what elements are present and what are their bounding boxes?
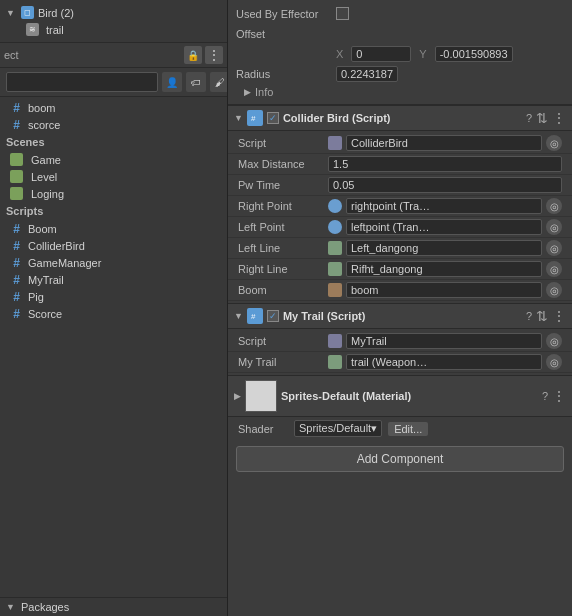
trail-script-circle-btn[interactable]: ◎ [546,333,562,349]
list-item-game[interactable]: Game [0,151,227,168]
field-value-leftline[interactable]: Left_dangong [346,240,542,256]
shader-dropdown[interactable]: Sprites/Default▾ [294,420,382,437]
my-trail-title: My Trail (Script) [283,310,522,322]
tree-label-bird: Bird (2) [38,7,74,19]
list-item-mytrail[interactable]: # MyTrail [0,271,227,288]
leftline-circle-btn[interactable]: ◎ [546,240,562,256]
list-label: GameManager [28,257,101,269]
material-help[interactable]: ? [542,390,548,402]
collider-bird-arrows[interactable]: ⇅ [536,110,548,126]
list-item-pig[interactable]: # Pig [0,288,227,305]
material-title: Sprites-Default (Material) [281,390,538,402]
material-menu[interactable]: ⋮ [552,389,566,403]
list-item-loging[interactable]: Loging [0,185,227,202]
list-label: MyTrail [28,274,64,286]
list-label: Loging [31,188,64,200]
tree-arrow-bird: ▼ [6,8,15,18]
list-item-colliderbird[interactable]: # ColliderBird [0,237,227,254]
list-item-level[interactable]: Level [0,168,227,185]
offset-label: Offset [236,28,336,40]
hash-icon: # [10,118,23,131]
scene-icon [10,170,23,183]
leftpoint-circle-btn[interactable]: ◎ [546,219,562,235]
field-value-boom[interactable]: boom [346,282,542,298]
collider-bird-help[interactable]: ? [526,112,532,124]
scenes-header: Scenes [0,133,227,151]
field-right-line: Right Line Rifht_dangong ◎ [228,259,572,280]
list-label: Boom [28,223,57,235]
shader-edit-button[interactable]: Edit... [388,422,428,436]
field-value-maxdist[interactable]: 1.5 [328,156,562,172]
field-label-leftpoint: Left Point [238,221,328,233]
field-value-rightpoint[interactable]: rightpoint (Tra… [346,198,542,214]
scene-icon [10,187,23,200]
list-item-scorce2[interactable]: # Scorce [0,305,227,322]
my-trail-help[interactable]: ? [526,310,532,322]
offset-xy-row: X 0 Y -0.001590893 [236,44,564,64]
scene-icon [10,153,23,166]
field-value-script[interactable]: ColliderBird [346,135,542,151]
rightline-circle-btn[interactable]: ◎ [546,261,562,277]
my-trail-header[interactable]: ▼ # ✓ My Trail (Script) ? ⇅ ⋮ [228,303,572,329]
transform-icon [328,199,342,213]
field-label-rightpoint: Right Point [238,200,328,212]
material-arrow: ▶ [234,391,241,401]
tree-label-trail: trail [46,24,64,36]
field-my-trail-value: My Trail trail (Weapon… ◎ [228,352,572,373]
list-item-gamemanager[interactable]: # GameManager [0,254,227,271]
list-label: ColliderBird [28,240,85,252]
collider-bird-menu[interactable]: ⋮ [552,111,566,125]
add-component-button[interactable]: Add Component [236,446,564,472]
shader-row: Shader Sprites/Default▾ Edit... [228,417,572,440]
collider-bird-arrow: ▼ [234,113,243,123]
collider-bird-header[interactable]: ▼ # ✓ Collider Bird (Script) ? ⇅ ⋮ [228,105,572,131]
my-trail-checkbox[interactable]: ✓ [267,310,279,322]
project-list: # boom # scorce Scenes Game Level Loging… [0,97,227,597]
boom-circle-btn[interactable]: ◎ [546,282,562,298]
tree-item-trail[interactable]: ≋ trail [0,21,227,38]
list-item-boom[interactable]: # Boom [0,220,227,237]
list-item-boom-top[interactable]: # boom [0,99,227,116]
brush-icon[interactable]: 🖌 [210,72,228,92]
field-value-trail-script[interactable]: MyTrail [346,333,542,349]
packages-footer[interactable]: ▼ Packages [0,597,227,616]
list-item-scorce[interactable]: # scorce [0,116,227,133]
material-preview [245,380,277,412]
my-trail-menu[interactable]: ⋮ [552,309,566,323]
toolbar-bar: ect 🔒 ⋮ [0,43,227,68]
y-label: Y [419,48,426,60]
field-value-pwtime[interactable]: 0.05 [328,177,562,193]
tag-icon[interactable]: 🏷 [186,72,206,92]
lock-icon[interactable]: 🔒 [184,46,202,64]
select-label[interactable]: ect [4,49,19,61]
rightpoint-circle-btn[interactable]: ◎ [546,198,562,214]
hash-icon: # [10,273,23,286]
script-circle-btn[interactable]: ◎ [546,135,562,151]
trail-script-icon [328,334,342,348]
info-label: Info [255,86,273,98]
prefab-icon [328,283,342,297]
field-boom: Boom boom ◎ [228,280,572,301]
hash-icon: # [10,290,23,303]
field-value-rightline[interactable]: Rifht_dangong [346,261,542,277]
collider-bird-checkbox[interactable]: ✓ [267,112,279,124]
tree-item-bird[interactable]: ▼ ◻ Bird (2) [0,4,227,21]
offset-y-value[interactable]: -0.001590893 [435,46,513,62]
field-value-mytrail[interactable]: trail (Weapon… [346,354,542,370]
left-panel: ▼ ◻ Bird (2) ≋ trail ect 🔒 ⋮ 👤 🏷 🖌 12 # … [0,0,228,616]
search-input[interactable] [6,72,158,92]
effector-checkbox[interactable] [336,7,349,20]
radius-value[interactable]: 0.2243187 [336,66,398,82]
mytrail-circle-btn[interactable]: ◎ [546,354,562,370]
person-icon[interactable]: 👤 [162,72,182,92]
offset-x-value[interactable]: 0 [351,46,411,62]
hash-icon: # [10,222,23,235]
my-trail-arrows[interactable]: ⇅ [536,308,548,324]
scripts-header: Scripts [0,202,227,220]
collider-bird-component: ▼ # ✓ Collider Bird (Script) ? ⇅ ⋮ Scrip… [228,105,572,303]
info-row[interactable]: ▶ Info [236,84,564,100]
field-value-leftpoint[interactable]: leftpoint (Tran… [346,219,542,235]
material-section: ▶ Sprites-Default (Material) ? ⋮ Shader … [228,375,572,440]
field-label-leftline: Left Line [238,242,328,254]
menu-icon[interactable]: ⋮ [205,46,223,64]
